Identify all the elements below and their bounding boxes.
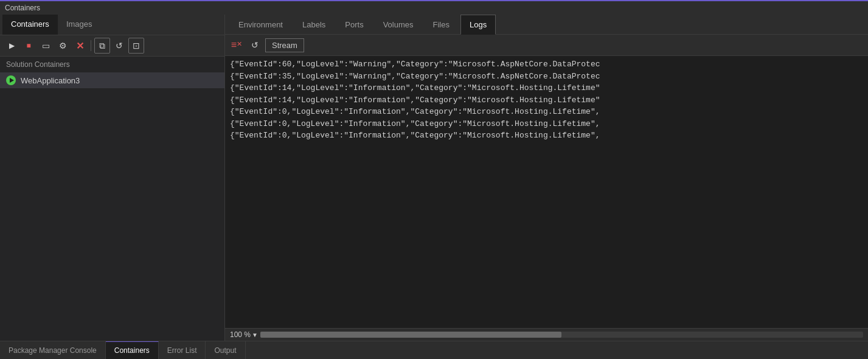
- bottom-tab-error-list[interactable]: Error List: [159, 341, 206, 359]
- log-line-4: {"EventId":14,"LogLevel":"Information","…: [230, 94, 863, 106]
- start-button[interactable]: ▶: [4, 38, 19, 54]
- right-panel-tabs: Environment Labels Ports Volumes Files L…: [225, 15, 868, 35]
- main-area: Containers Images ▶ ■ ▭ ⚙ ✕ ⧉ ↺ ⊡ Soluti…: [0, 15, 868, 341]
- tab-volumes[interactable]: Volumes: [375, 15, 422, 34]
- horizontal-scrollbar[interactable]: [260, 332, 863, 338]
- refresh-log-button[interactable]: ↺: [247, 37, 263, 53]
- refresh-button[interactable]: ↺: [111, 38, 127, 54]
- right-status-bar: 100 % ▼: [225, 328, 868, 341]
- pull-button[interactable]: ⊡: [128, 38, 144, 54]
- tab-files[interactable]: Files: [425, 15, 458, 34]
- section-label: Solution Containers: [0, 57, 224, 72]
- tab-images[interactable]: Images: [58, 15, 101, 35]
- log-line-7: {"EventId":0,"LogLevel":"Information","C…: [230, 130, 863, 142]
- zoom-label: 100 %: [230, 330, 251, 339]
- tab-containers[interactable]: Containers: [2, 15, 58, 35]
- bottom-tab-bar: Package Manager Console Containers Error…: [0, 341, 868, 359]
- bottom-tab-output[interactable]: Output: [206, 341, 245, 359]
- clear-log-button[interactable]: ≡✕: [229, 37, 245, 53]
- stream-button[interactable]: Stream: [265, 38, 304, 52]
- container-item-webapp3[interactable]: WebApplication3: [0, 72, 224, 88]
- scrollbar-thumb: [260, 332, 562, 338]
- sidebar-toolbar: ▶ ■ ▭ ⚙ ✕ ⧉ ↺ ⊡: [0, 35, 224, 57]
- log-line-5: {"EventId":0,"LogLevel":"Information","C…: [230, 106, 863, 118]
- tab-logs[interactable]: Logs: [460, 15, 496, 35]
- title-label: Containers: [5, 4, 40, 12]
- container-name: WebApplication3: [21, 76, 80, 85]
- zoom-chevron-icon[interactable]: ▼: [252, 332, 258, 338]
- right-panel: Environment Labels Ports Volumes Files L…: [225, 15, 868, 341]
- zoom-control[interactable]: 100 % ▼: [230, 330, 258, 339]
- sidebar-tabs: Containers Images: [0, 15, 224, 35]
- stop-button[interactable]: ■: [21, 38, 36, 54]
- terminal-button[interactable]: ▭: [38, 38, 54, 54]
- bottom-tab-containers[interactable]: Containers: [106, 341, 159, 359]
- copy-button[interactable]: ⧉: [94, 38, 110, 54]
- delete-button[interactable]: ✕: [72, 38, 88, 54]
- log-line-1: {"EventId":60,"LogLevel":"Warning","Cate…: [230, 58, 863, 71]
- right-toolbar: ≡✕ ↺ Stream: [225, 35, 868, 56]
- settings-button[interactable]: ⚙: [55, 38, 71, 54]
- log-area[interactable]: {"EventId":60,"LogLevel":"Warning","Cate…: [225, 56, 868, 328]
- sidebar: Containers Images ▶ ■ ▭ ⚙ ✕ ⧉ ↺ ⊡ Soluti…: [0, 15, 225, 341]
- log-line-6: {"EventId":0,"LogLevel":"Information","C…: [230, 118, 863, 130]
- title-bar: Containers: [0, 0, 868, 15]
- tab-labels[interactable]: Labels: [294, 15, 334, 34]
- container-status-icon: [6, 75, 16, 85]
- bottom-tab-package-manager[interactable]: Package Manager Console: [0, 341, 106, 359]
- log-line-3: {"EventId":14,"LogLevel":"Information","…: [230, 82, 863, 94]
- log-line-2: {"EventId":35,"LogLevel":"Warning","Cate…: [230, 71, 863, 83]
- tab-ports[interactable]: Ports: [336, 15, 372, 34]
- separator-1: [91, 40, 91, 51]
- tab-environment[interactable]: Environment: [230, 15, 291, 34]
